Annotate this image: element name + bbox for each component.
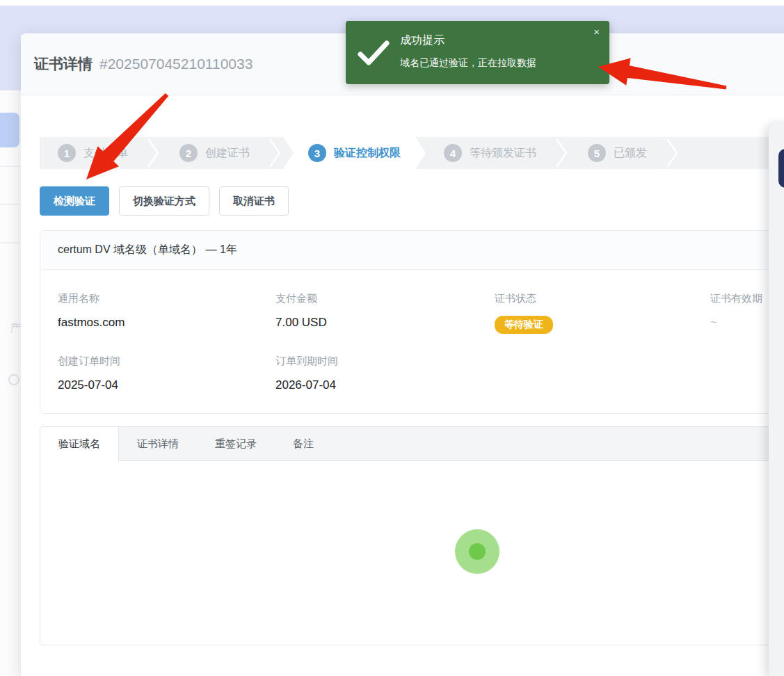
field-value: 2026-07-04	[275, 378, 495, 392]
modal-title: 证书详情	[34, 54, 93, 74]
status-badge: 等待验证	[495, 316, 553, 334]
tab-cert-details[interactable]: 证书详情	[119, 427, 197, 460]
check-verification-button[interactable]: 检测验证	[40, 186, 109, 216]
field-label: 证书状态	[495, 292, 710, 305]
step-wait-issue: 4 等待颁发证书	[426, 137, 554, 169]
step-label: 支付订单	[83, 146, 128, 161]
background-divider	[0, 242, 20, 243]
chevron-separator-icon	[268, 137, 283, 169]
background-active-menu-item	[0, 113, 19, 147]
loading-spinner-core	[469, 543, 486, 560]
side-panel-button[interactable]	[778, 149, 784, 188]
tab-content-panel	[40, 461, 784, 645]
field-label: 订单到期时间	[275, 355, 495, 368]
field-value: 2025-07-04	[58, 378, 275, 392]
chevron-separator-icon	[146, 137, 161, 169]
switch-verification-method-button[interactable]: 切换验证方式	[119, 186, 209, 216]
step-number-badge: 4	[444, 144, 462, 162]
cancel-certificate-button[interactable]: 取消证书	[219, 186, 289, 216]
chevron-separator-icon	[665, 137, 680, 169]
certificate-detail-modal: 证书详情 #202507045210110033 1 支付订单 2 创建证书 3…	[21, 33, 784, 676]
close-icon[interactable]: ×	[593, 26, 600, 37]
field-label: 通用名称	[58, 292, 275, 305]
field-label: 支付金额	[275, 292, 495, 305]
background-search-icon	[8, 374, 19, 385]
detail-tabs: 验证域名 证书详情 重签记录 备注	[40, 426, 784, 645]
step-verify-control: 3 验证控制权限	[283, 137, 426, 169]
step-number-badge: 2	[179, 144, 198, 162]
step-label: 验证控制权限	[334, 146, 401, 161]
success-check-icon	[357, 39, 390, 70]
floating-side-panel	[769, 123, 784, 676]
loading-spinner	[455, 529, 499, 574]
field-value: fastmos.com	[58, 316, 275, 330]
field-order-created: 创建订单时间 2025-07-04	[58, 355, 275, 392]
step-number-badge: 5	[588, 144, 606, 162]
success-toast: 成功提示 域名已通过验证，正在拉取数据 ×	[346, 21, 609, 84]
step-create-cert: 2 创建证书	[161, 137, 268, 169]
step-label: 等待颁发证书	[470, 146, 536, 161]
field-common-name: 通用名称 fastmos.com	[58, 292, 275, 334]
background-banner-left	[0, 35, 21, 90]
step-pay-order: 1 支付订单	[40, 137, 146, 169]
progress-stepper: 1 支付订单 2 创建证书 3 验证控制权限 4 等待颁发证书	[40, 137, 784, 169]
tab-remarks[interactable]: 备注	[275, 427, 332, 460]
field-label: 创建订单时间	[58, 355, 275, 368]
background-divider	[0, 204, 20, 205]
certificate-fields-grid: 通用名称 fastmos.com 支付金额 7.00 USD 证书状态 等待验证…	[40, 270, 784, 413]
chevron-separator-icon	[554, 137, 570, 169]
tab-bar: 验证域名 证书详情 重签记录 备注	[40, 427, 784, 461]
step-number-badge: 1	[58, 144, 76, 162]
toast-title: 成功提示	[400, 33, 445, 48]
step-issued: 5 已颁发	[570, 137, 665, 169]
order-id: #202507045210110033	[99, 56, 253, 72]
certificate-info-card: certum DV 域名级（单域名） — 1年 通用名称 fastmos.com…	[40, 230, 784, 414]
field-value: 7.00 USD	[275, 316, 495, 330]
field-payment-amount: 支付金额 7.00 USD	[275, 292, 495, 334]
tab-verify-domain[interactable]: 验证域名	[40, 427, 119, 461]
tab-resign-records[interactable]: 重签记录	[197, 427, 275, 460]
action-button-row: 检测验证 切换验证方式 取消证书	[40, 186, 784, 216]
background-divider	[0, 166, 20, 167]
toast-message: 域名已通过验证，正在拉取数据	[400, 57, 536, 70]
background-text-fragment: 产	[10, 321, 21, 336]
step-number-badge: 3	[308, 144, 326, 162]
modal-body: 1 支付订单 2 创建证书 3 验证控制权限 4 等待颁发证书	[21, 137, 784, 645]
step-label: 已颁发	[614, 146, 647, 161]
certificate-product-title: certum DV 域名级（单域名） — 1年	[40, 231, 784, 270]
background-top-strip	[0, 0, 784, 6]
step-label: 创建证书	[205, 146, 250, 161]
field-cert-status: 证书状态 等待验证	[495, 292, 710, 334]
field-order-expiry: 订单到期时间 2026-07-04	[275, 355, 495, 392]
